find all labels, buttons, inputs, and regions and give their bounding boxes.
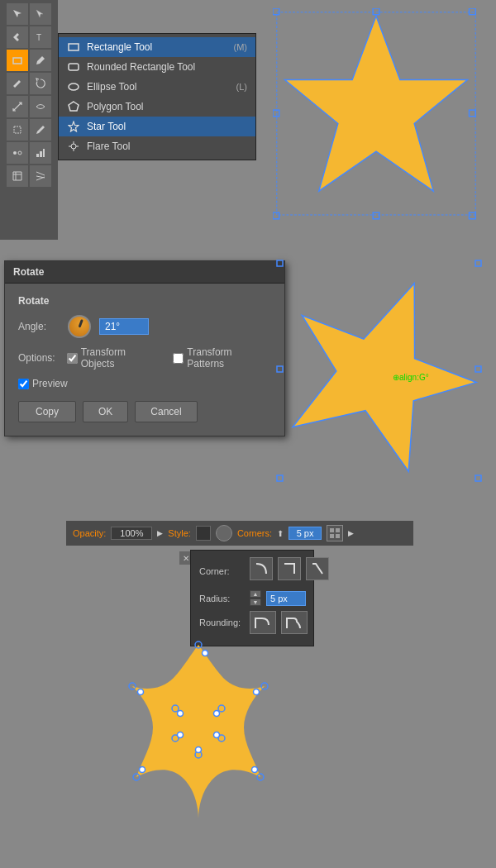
section-corners: Opacity: 100% ▶ Style: Corners: ⬆ 5 px ▶… <box>0 504 496 868</box>
tool-direct-select[interactable] <box>30 3 51 25</box>
svg-rect-2 <box>14 126 21 133</box>
menu-item-star[interactable]: Star Tool <box>59 117 255 136</box>
dialog-section-label: Rotate <box>18 295 271 307</box>
menu-item-label: Rounded Rectangle Tool <box>87 61 195 73</box>
tool-shape[interactable] <box>7 50 28 71</box>
cancel-button[interactable]: Cancel <box>135 401 197 422</box>
svg-point-53 <box>178 732 184 738</box>
angle-input[interactable] <box>99 318 149 335</box>
svg-point-47 <box>254 689 260 695</box>
toolbar: T <box>0 0 58 240</box>
svg-rect-24 <box>469 110 475 117</box>
svg-text:T: T <box>36 33 41 42</box>
style-swatch[interactable] <box>196 526 211 541</box>
menu-item-rectangle[interactable]: Rectangle Tool (M) <box>59 37 255 57</box>
tool-dropdown-menu: Rectangle Tool (M) Rounded Rectangle Too… <box>58 33 256 160</box>
svg-marker-11 <box>69 102 79 111</box>
radius-up[interactable]: ▲ <box>250 590 261 598</box>
rectangle-icon <box>67 41 80 54</box>
svg-rect-23 <box>273 110 279 117</box>
svg-point-4 <box>18 151 21 155</box>
tool-free-transform[interactable] <box>7 119 28 141</box>
options-label: Options: <box>18 352 55 364</box>
menu-item-ellipse[interactable]: Ellipse Tool (L) <box>59 77 255 97</box>
tool-eyedropper[interactable] <box>30 119 51 141</box>
style-circle[interactable] <box>216 525 232 541</box>
rotate-dialog: Rotate Rotate Angle: Options: Transform … <box>4 260 285 436</box>
svg-point-3 <box>13 151 17 155</box>
corners-value[interactable]: 5 px <box>289 527 322 540</box>
grid-icon[interactable] <box>327 525 343 541</box>
radius-stepper[interactable]: ▲ ▼ <box>250 590 261 606</box>
svg-rect-33 <box>277 475 283 481</box>
svg-rect-32 <box>475 366 481 372</box>
svg-rect-9 <box>69 64 79 70</box>
arrow-icon: ▶ <box>157 529 163 537</box>
tool-arrow[interactable] <box>7 3 28 25</box>
menu-item-polygon[interactable]: Polygon Tool <box>59 97 255 117</box>
ellipse-icon <box>67 80 80 93</box>
corner-round-btn[interactable] <box>250 557 273 580</box>
star-icon <box>67 120 80 133</box>
opacity-value[interactable]: 100% <box>111 527 152 540</box>
menu-item-shortcut: (L) <box>236 82 247 92</box>
menu-item-shortcut: (M) <box>234 42 248 52</box>
svg-marker-28 <box>273 252 488 483</box>
svg-rect-6 <box>40 151 42 157</box>
section-tools: T <box>0 0 496 240</box>
svg-marker-19 <box>284 17 467 192</box>
transform-patterns-option[interactable]: Transform Patterns <box>173 346 271 370</box>
tool-type[interactable]: T <box>30 26 51 48</box>
menu-item-flare[interactable]: Flare Tool <box>59 136 255 156</box>
radius-input[interactable] <box>266 591 306 606</box>
bottom-hint: — <box>99 843 108 853</box>
tool-slice[interactable] <box>30 165 51 187</box>
menu-item-label: Flare Tool <box>87 141 130 152</box>
svg-rect-8 <box>69 44 79 50</box>
corner-chamfer-btn[interactable] <box>306 557 329 580</box>
svg-rect-7 <box>43 149 45 157</box>
tool-blend[interactable] <box>7 142 28 164</box>
svg-point-51 <box>214 711 220 717</box>
tool-scale[interactable] <box>7 96 28 117</box>
tool-transform[interactable] <box>7 165 28 187</box>
opacity-label: Opacity: <box>73 528 106 538</box>
svg-rect-26 <box>373 212 379 219</box>
svg-rect-34 <box>475 475 481 481</box>
tool-pen[interactable] <box>7 26 28 48</box>
options-bar: Opacity: 100% ▶ Style: Corners: ⬆ 5 px ▶ <box>66 521 413 546</box>
svg-rect-27 <box>469 212 475 219</box>
svg-rect-20 <box>273 8 279 15</box>
svg-rect-22 <box>469 8 475 15</box>
transform-objects-option[interactable]: Transform Objects <box>67 346 162 370</box>
corners-label: Corners: <box>237 528 272 538</box>
star-shape-1 <box>273 8 479 231</box>
ok-button[interactable]: OK <box>83 401 128 422</box>
menu-item-rounded-rect[interactable]: Rounded Rectangle Tool <box>59 57 255 77</box>
tool-paintbrush[interactable] <box>30 50 51 71</box>
corners-stepper[interactable]: ⬆ <box>277 529 284 538</box>
svg-rect-21 <box>373 8 379 15</box>
svg-point-52 <box>214 732 220 738</box>
angle-dial[interactable] <box>68 315 91 338</box>
preview-option[interactable]: Preview <box>18 378 68 389</box>
angle-label: Angle: <box>18 321 60 332</box>
flare-icon <box>67 140 80 153</box>
radius-down[interactable]: ▼ <box>250 599 261 606</box>
svg-rect-1 <box>13 58 21 64</box>
copy-button[interactable]: Copy <box>18 401 76 422</box>
svg-marker-12 <box>69 122 79 131</box>
polygon-icon <box>67 100 80 113</box>
corner-inverted-btn[interactable] <box>278 557 301 580</box>
style-label: Style: <box>168 528 191 538</box>
menu-item-label: Ellipse Tool <box>87 81 136 93</box>
svg-rect-29 <box>277 260 283 266</box>
svg-rect-31 <box>277 366 283 372</box>
svg-rect-25 <box>273 212 279 219</box>
tool-pencil[interactable] <box>7 73 28 94</box>
tool-rotate[interactable] <box>30 73 51 94</box>
tool-warp[interactable] <box>30 96 51 117</box>
expand-icon[interactable]: ▶ <box>348 529 354 537</box>
radius-label: Radius: <box>199 594 245 603</box>
tool-graph[interactable] <box>30 142 51 164</box>
